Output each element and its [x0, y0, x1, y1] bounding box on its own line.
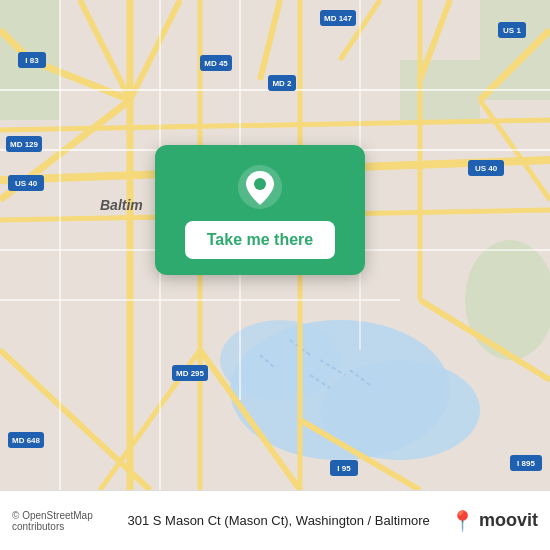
svg-text:MD 45: MD 45 — [204, 59, 228, 68]
svg-text:MD 147: MD 147 — [324, 14, 353, 23]
moovit-logo-text: moovit — [479, 510, 538, 531]
moovit-pin-icon: 📍 — [450, 509, 475, 533]
bottom-bar: © OpenStreetMap contributors 301 S Mason… — [0, 490, 550, 550]
svg-text:I 95: I 95 — [337, 464, 351, 473]
svg-text:MD 648: MD 648 — [12, 436, 41, 445]
svg-text:MD 129: MD 129 — [10, 140, 39, 149]
svg-text:US 1: US 1 — [503, 26, 521, 35]
svg-point-69 — [254, 178, 266, 190]
svg-text:Baltim: Baltim — [100, 197, 143, 213]
moovit-logo: 📍 moovit — [450, 509, 538, 533]
svg-text:MD 2: MD 2 — [272, 79, 292, 88]
svg-text:US 40: US 40 — [475, 164, 498, 173]
address-label: 301 S Mason Ct (Mason Ct), Washington / … — [120, 513, 450, 528]
location-pin-icon — [236, 163, 284, 211]
svg-text:US 40: US 40 — [15, 179, 38, 188]
svg-text:I 83: I 83 — [25, 56, 39, 65]
map-attribution: © OpenStreetMap contributors — [12, 510, 120, 532]
take-me-there-button[interactable]: Take me there — [185, 221, 335, 259]
svg-text:I 895: I 895 — [517, 459, 535, 468]
popup-card: Take me there — [155, 145, 365, 275]
svg-text:MD 295: MD 295 — [176, 369, 205, 378]
map-container: I 83 MD 147 US 1 MD 45 MD 2 US 40 US 40 … — [0, 0, 550, 490]
svg-point-6 — [220, 320, 340, 400]
